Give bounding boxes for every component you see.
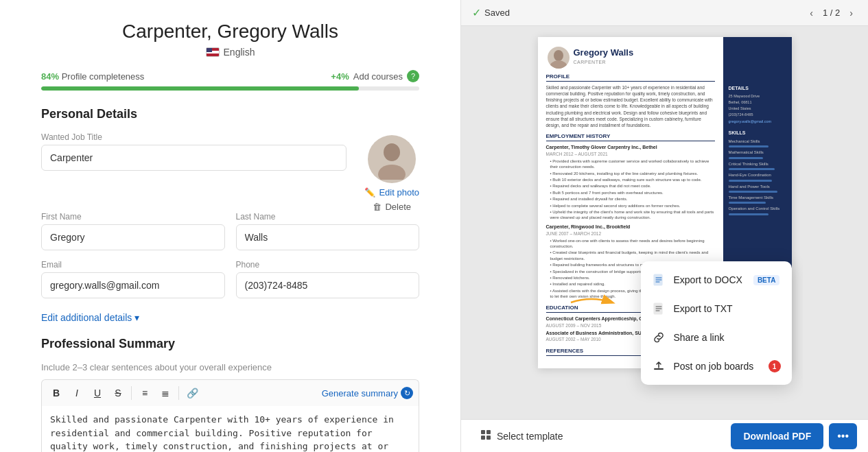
- skill-bar-6: [729, 202, 766, 204]
- skill-bar-2: [729, 157, 763, 159]
- progress-add-pct: +4%: [331, 71, 349, 82]
- notification-badge: 1: [769, 360, 781, 372]
- phone-input[interactable]: [236, 272, 420, 298]
- personal-details-section: Personal Details Wanted Job Title ✏️ Edi…: [41, 107, 419, 298]
- link-button[interactable]: 🔗: [183, 384, 201, 402]
- resume-employment-heading: Employment History: [546, 132, 715, 141]
- toolbar-right: Generate summary ↻: [322, 387, 413, 399]
- trash-icon: 🗑: [373, 202, 382, 212]
- numbered-list-button[interactable]: ≣: [156, 384, 174, 402]
- page-nav: ‹ 1 / 2 ›: [806, 6, 857, 20]
- progress-group-left: 84% Profile completeness: [41, 71, 144, 82]
- last-name-input[interactable]: [236, 224, 420, 250]
- resume-country: United States: [729, 106, 786, 112]
- generate-summary-button[interactable]: Generate summary ↻: [322, 387, 413, 399]
- skill-bar-3: [729, 168, 775, 170]
- photo-section: ✏️ Edit photo 🗑 Delete: [364, 135, 419, 212]
- txt-icon: [652, 302, 666, 316]
- email-col: Email: [41, 260, 225, 298]
- share-link-item[interactable]: Share a link: [641, 323, 792, 352]
- toolbar-divider: [131, 386, 132, 400]
- svg-rect-9: [481, 436, 485, 440]
- download-pdf-button[interactable]: Download PDF: [731, 423, 823, 449]
- select-template-button[interactable]: Select template: [472, 424, 572, 448]
- resume-job1-bullet-2: Renovated 20 kitchens, installing top of…: [550, 171, 715, 176]
- profile-title: Carpenter, Gregory Walls: [41, 21, 419, 43]
- resume-job-1: Carpenter, Timothy Glover Carpentry Inc.…: [546, 144, 715, 221]
- skill-bar-5: [729, 191, 777, 193]
- edit-additional-button[interactable]: Edit additional details ▾: [41, 312, 419, 323]
- right-panel: ✓ Saved ‹ 1 / 2 › Gregory Walls: [461, 0, 868, 452]
- edit-additional-label: Edit additional details: [41, 312, 132, 323]
- resume-skill-5: Hand and Power Tools: [729, 184, 786, 189]
- resume-avatar-wrap: [548, 47, 570, 69]
- resume-sidebar-skills: Skills Mechanical Skills Mathematical Sk…: [729, 130, 786, 215]
- progress-pct: 84%: [41, 71, 59, 82]
- resume-job1-bullet-4: Repaired decks and walkways that did not…: [550, 183, 715, 189]
- grid-icon: [480, 429, 491, 442]
- progress-add-label[interactable]: Add courses: [353, 71, 403, 82]
- link-icon: [652, 331, 666, 344]
- next-page-button[interactable]: ›: [845, 6, 857, 20]
- export-txt-item[interactable]: Export to TXT: [641, 294, 792, 323]
- progress-bar-fill: [41, 86, 359, 91]
- progress-header: 84% Profile completeness +4% Add courses…: [41, 70, 419, 82]
- first-name-input[interactable]: [41, 224, 225, 250]
- skill-bar-4: [729, 180, 772, 182]
- export-docx-label: Export to DOCX: [674, 274, 742, 285]
- delete-photo-button[interactable]: 🗑 Delete: [373, 202, 411, 212]
- resume-job1-bullet-6: Repaired and installed drywall for clien…: [550, 196, 715, 202]
- italic-button[interactable]: I: [68, 384, 86, 402]
- left-panel: Carpenter, Gregory Walls English 84% Pro…: [0, 0, 461, 452]
- contact-row: Email Phone: [41, 260, 419, 298]
- underline-button[interactable]: U: [89, 384, 106, 402]
- help-icon[interactable]: ?: [407, 70, 419, 82]
- svg-point-0: [384, 143, 400, 161]
- professional-summary-section: Professional Summary Include 2–3 clear s…: [41, 337, 419, 452]
- svg-rect-7: [481, 430, 485, 434]
- phone-col: Phone: [236, 260, 420, 298]
- resume-skill-6: Time Management Skills: [729, 195, 786, 200]
- resume-job1-bullet-5: Built 5 porticos and 7 front porches wit…: [550, 190, 715, 195]
- resume-skill-2: Mathematical Skills: [729, 150, 786, 155]
- svg-point-1: [378, 165, 406, 180]
- flag-icon: [206, 47, 220, 57]
- select-template-label: Select template: [497, 431, 563, 442]
- doc-icon: [652, 273, 666, 287]
- more-options-button[interactable]: •••: [829, 423, 857, 449]
- professional-summary-heading: Professional Summary: [41, 337, 419, 351]
- bullet-list-button[interactable]: ≡: [136, 384, 154, 402]
- resume-sidebar-details: Details 25 Maywood Drive Bethel, 06811 U…: [729, 85, 786, 124]
- summary-toolbar: B I U S ≡ ≣ 🔗 Generate summary ↻: [41, 379, 419, 406]
- phone-label: Phone: [236, 260, 420, 270]
- resume-skill-4: Hand-Eye Coordination: [729, 172, 786, 178]
- resume-job2-bullet-2: Created clear blueprints and financial b…: [550, 250, 715, 261]
- prev-page-button[interactable]: ‹: [806, 6, 817, 20]
- export-docx-item[interactable]: Export to DOCX BETA: [641, 265, 792, 294]
- summary-textarea[interactable]: Skilled and passionate Carpenter with 10…: [41, 406, 419, 452]
- resume-phone-sidebar: (203)724-8485: [729, 112, 786, 118]
- resume-topbar: ✓ Saved ‹ 1 / 2 ›: [461, 0, 868, 26]
- progress-section: 84% Profile completeness +4% Add courses…: [41, 70, 419, 91]
- svg-rect-10: [486, 436, 491, 440]
- post-job-boards-item[interactable]: Post on job boards 1: [641, 352, 792, 381]
- export-txt-label: Export to TXT: [674, 303, 733, 314]
- download-buttons: Download PDF •••: [731, 423, 857, 449]
- name-row: First Name Last Name: [41, 212, 419, 250]
- email-input[interactable]: [41, 272, 225, 298]
- beta-badge: BETA: [753, 275, 779, 285]
- professional-summary-subtitle: Include 2–3 clear sentences about your o…: [41, 362, 419, 372]
- resume-job1-bullet-3: Built 10 exterior decks and walkways, ma…: [550, 177, 715, 182]
- edit-photo-button[interactable]: ✏️ Edit photo: [364, 187, 419, 198]
- progress-label: Profile completeness: [62, 71, 145, 82]
- svg-rect-8: [486, 430, 491, 434]
- chevron-down-icon: ▾: [134, 312, 139, 323]
- wanted-job-input[interactable]: [41, 145, 347, 171]
- wanted-job-row: Wanted Job Title ✏️ Edit photo 🗑 Delete: [41, 132, 419, 212]
- resume-job2-date: JUNE 2007 – MARCH 2012: [546, 230, 715, 237]
- saved-label: Saved: [484, 8, 510, 18]
- strikethrough-button[interactable]: S: [109, 384, 127, 402]
- delete-label: Delete: [385, 202, 411, 212]
- resume-profile-heading: Profile: [546, 73, 715, 82]
- bold-button[interactable]: B: [47, 384, 65, 402]
